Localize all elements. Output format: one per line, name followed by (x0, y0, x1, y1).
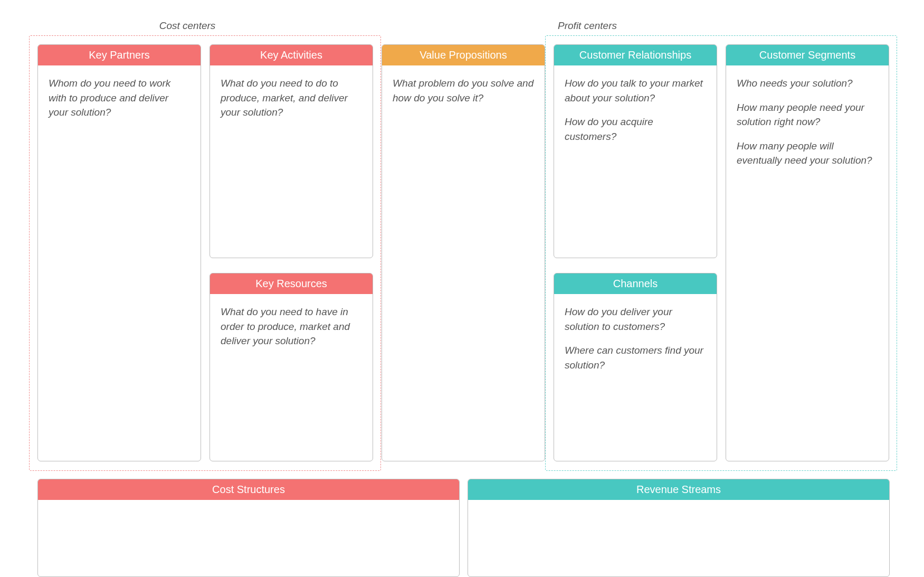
prompt-text: What do you need to have in order to pro… (221, 305, 362, 348)
profit-centers-label: Profit centers (545, 20, 630, 32)
prompt-text: Whom do you need to work with to produce… (49, 76, 190, 120)
card-body-customer-segments: Who needs your solution? How many people… (726, 65, 889, 188)
card-body-key-resources: What do you need to have in order to pro… (210, 294, 373, 368)
card-body-channels: How do you deliver your solution to cust… (554, 294, 717, 392)
prompt-text: Who needs your solution? (737, 76, 878, 91)
card-header-key-activities: Key Activities (210, 45, 373, 65)
prompt-text: How do you talk to your market about you… (565, 76, 706, 105)
prompt-text: What do you need to do to produce, marke… (221, 76, 362, 120)
card-header-key-partners: Key Partners (38, 45, 201, 65)
card-body-key-partners: Whom do you need to work with to produce… (38, 65, 201, 140)
prompt-text: Where can customers find your solution? (565, 343, 706, 372)
card-customer-relationships[interactable]: Customer Relationships How do you talk t… (554, 44, 717, 258)
card-value-propositions[interactable]: Value Propositions What problem do you s… (382, 44, 545, 461)
prompt-text: What problem do you solve and how do you… (393, 76, 534, 105)
cost-centers-label: Cost centers (145, 20, 230, 32)
card-header-value-propositions: Value Propositions (382, 45, 545, 65)
card-key-activities[interactable]: Key Activities What do you need to do to… (209, 44, 373, 258)
prompt-text: How do you acquire customers? (565, 115, 706, 144)
card-customer-segments[interactable]: Customer Segments Who needs your solutio… (726, 44, 889, 461)
card-body-revenue-streams (468, 500, 889, 521)
card-cost-structures[interactable]: Cost Structures (37, 479, 460, 577)
prompt-text: How many people will eventually need you… (737, 139, 878, 168)
card-header-key-resources: Key Resources (210, 273, 373, 294)
card-body-cost-structures (38, 500, 459, 521)
card-header-customer-segments: Customer Segments (726, 45, 889, 65)
prompt-text: How do you deliver your solution to cust… (565, 305, 706, 334)
card-body-value-propositions: What problem do you solve and how do you… (382, 65, 545, 125)
card-header-revenue-streams: Revenue Streams (468, 479, 889, 500)
card-key-partners[interactable]: Key Partners Whom do you need to work wi… (37, 44, 201, 461)
card-revenue-streams[interactable]: Revenue Streams (468, 479, 890, 577)
card-header-customer-relationships: Customer Relationships (554, 45, 717, 65)
card-header-channels: Channels (554, 273, 717, 294)
card-body-customer-relationships: How do you talk to your market about you… (554, 65, 717, 164)
card-body-key-activities: What do you need to do to produce, marke… (210, 65, 373, 140)
card-channels[interactable]: Channels How do you deliver your solutio… (554, 273, 717, 461)
card-header-cost-structures: Cost Structures (38, 479, 459, 500)
card-key-resources[interactable]: Key Resources What do you need to have i… (209, 273, 373, 461)
prompt-text: How many people need your solution right… (737, 100, 878, 129)
